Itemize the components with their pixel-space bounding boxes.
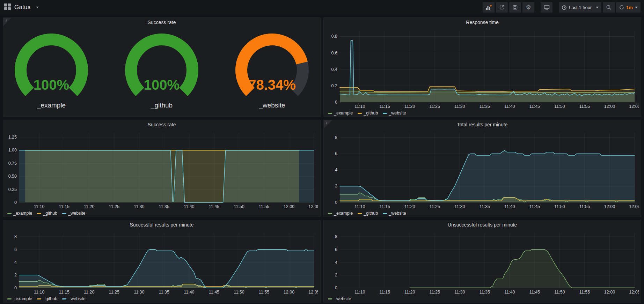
svg-text:11:55: 11:55	[259, 290, 269, 295]
svg-text:12:00: 12:00	[604, 290, 615, 295]
svg-text:4: 4	[335, 260, 337, 265]
time-range-picker[interactable]: Last 1 hour	[559, 2, 601, 13]
successful-results-chart[interactable]: 0246811:1011:1511:2011:2511:3011:3511:40…	[5, 230, 318, 295]
svg-text:0: 0	[335, 200, 337, 205]
panel-title[interactable]: Success rate	[3, 18, 320, 27]
success-rate-chart[interactable]: 00.250.500.751.001.2511:1011:1511:2011:2…	[5, 130, 318, 210]
svg-text:11:10: 11:10	[34, 290, 44, 295]
panel-title[interactable]: Response time	[324, 18, 641, 27]
panel-title[interactable]: Successful results per minute	[3, 220, 320, 229]
svg-text:0.6: 0.6	[331, 51, 337, 55]
chart-legend: _example_github_website	[3, 295, 320, 302]
settings-button[interactable]: ⚙	[522, 2, 534, 13]
panel-title[interactable]: Success rate	[3, 120, 320, 129]
gear-icon: ⚙	[526, 5, 531, 10]
legend-label: _website	[68, 211, 85, 216]
share-button[interactable]	[496, 2, 508, 13]
chart-legend: _example_github_website	[3, 210, 320, 217]
refresh-icon	[619, 5, 624, 10]
panel-info-corner[interactable]	[324, 120, 332, 128]
panel-response-time: Response time 00.20.40.60.811:1011:1511:…	[323, 17, 641, 117]
svg-text:11:50: 11:50	[554, 290, 565, 295]
svg-text:11:45: 11:45	[529, 104, 540, 109]
response-time-chart[interactable]: 00.20.40.60.811:1011:1511:2011:2511:3011…	[325, 28, 639, 110]
dashboard-title[interactable]: Gatus	[14, 4, 30, 11]
svg-text:12:05: 12:05	[629, 290, 639, 295]
svg-text:0: 0	[335, 286, 337, 290]
svg-text:2: 2	[335, 184, 337, 188]
navbar: Gatus ⚙	[0, 0, 644, 15]
svg-text:1.25: 1.25	[8, 135, 17, 140]
panel-success-rate-timeseries: Success rate 00.250.500.751.001.2511:101…	[3, 120, 321, 217]
gauge-value: 78.34%	[248, 77, 296, 92]
dashboard-grid-icon[interactable]	[4, 3, 11, 12]
svg-text:11:55: 11:55	[579, 290, 590, 295]
svg-text:11:45: 11:45	[529, 290, 540, 295]
zoom-out-button[interactable]	[603, 2, 615, 13]
legend-label: _github	[364, 211, 378, 216]
chart-legend: _website	[324, 295, 641, 302]
svg-text:11:10: 11:10	[354, 204, 365, 209]
svg-text:11:40: 11:40	[504, 290, 515, 295]
legend-item-_example[interactable]: _example	[7, 296, 32, 301]
svg-text:8: 8	[14, 234, 17, 239]
svg-text:11:55: 11:55	[259, 204, 269, 209]
svg-text:11:25: 11:25	[430, 290, 440, 295]
legend-item-_github[interactable]: _github	[37, 296, 57, 301]
total-results-chart[interactable]: 0246811:1011:1511:2011:2511:3011:3511:40…	[325, 130, 639, 210]
add-panel-button[interactable]	[483, 2, 495, 13]
legend-label: _example	[334, 211, 353, 216]
clock-icon	[562, 5, 567, 10]
legend-label: _github	[364, 111, 378, 116]
svg-text:11:20: 11:20	[404, 104, 415, 109]
legend-item-_website[interactable]: _website	[62, 211, 85, 216]
svg-text:0.4: 0.4	[331, 67, 337, 72]
legend-label: _example	[334, 111, 353, 116]
svg-text:4: 4	[335, 168, 337, 172]
svg-text:11:25: 11:25	[430, 104, 440, 109]
legend-item-_website[interactable]: _website	[383, 111, 406, 116]
legend-item-_website[interactable]: _website	[62, 296, 85, 301]
legend-item-_github[interactable]: _github	[37, 211, 57, 216]
legend-item-_example[interactable]: _example	[7, 211, 32, 216]
panel-info-corner[interactable]	[3, 18, 12, 26]
legend-item-_website[interactable]: _website	[383, 211, 406, 216]
legend-item-_example[interactable]: _example	[328, 111, 353, 116]
svg-text:11:15: 11:15	[380, 204, 390, 209]
legend-swatch	[328, 213, 332, 214]
svg-text:11:55: 11:55	[579, 104, 590, 109]
legend-swatch	[328, 298, 332, 299]
legend-swatch	[383, 213, 387, 214]
svg-text:11:20: 11:20	[84, 204, 94, 209]
svg-text:1.00: 1.00	[8, 148, 17, 153]
svg-text:6: 6	[335, 151, 337, 156]
svg-text:11:15: 11:15	[380, 104, 390, 109]
svg-text:12:00: 12:00	[284, 290, 294, 295]
panel-title[interactable]: Unsuccessful results per minute	[324, 220, 641, 229]
panel-title[interactable]: Total results per minute	[324, 120, 641, 129]
svg-text:0: 0	[14, 200, 17, 205]
gauge-label: _github	[151, 102, 173, 109]
save-button[interactable]	[509, 2, 521, 13]
legend-swatch	[62, 298, 66, 299]
refresh-picker[interactable]: 1m	[616, 2, 641, 13]
svg-text:0: 0	[14, 286, 17, 290]
dashboard-caret-icon[interactable]	[36, 7, 39, 10]
legend-item-_github[interactable]: _github	[358, 211, 378, 216]
svg-text:11:45: 11:45	[529, 204, 540, 209]
unsuccessful-results-chart[interactable]: 0246811:1011:1511:2011:2511:3011:3511:40…	[325, 230, 639, 295]
svg-text:11:15: 11:15	[59, 290, 69, 295]
legend-label: _github	[43, 296, 57, 301]
time-range-label: Last 1 hour	[569, 5, 592, 10]
legend-item-_github[interactable]: _github	[358, 111, 378, 116]
svg-text:11:45: 11:45	[209, 204, 219, 209]
svg-text:4: 4	[14, 260, 17, 265]
legend-item-_example[interactable]: _example	[328, 211, 353, 216]
svg-text:12:05: 12:05	[308, 290, 318, 295]
svg-text:12:05: 12:05	[629, 104, 639, 109]
svg-text:2: 2	[14, 273, 17, 277]
legend-item-_website[interactable]: _website	[328, 296, 351, 301]
tv-mode-button[interactable]	[541, 2, 552, 13]
svg-text:12:00: 12:00	[284, 204, 294, 209]
svg-text:11:45: 11:45	[209, 290, 219, 295]
